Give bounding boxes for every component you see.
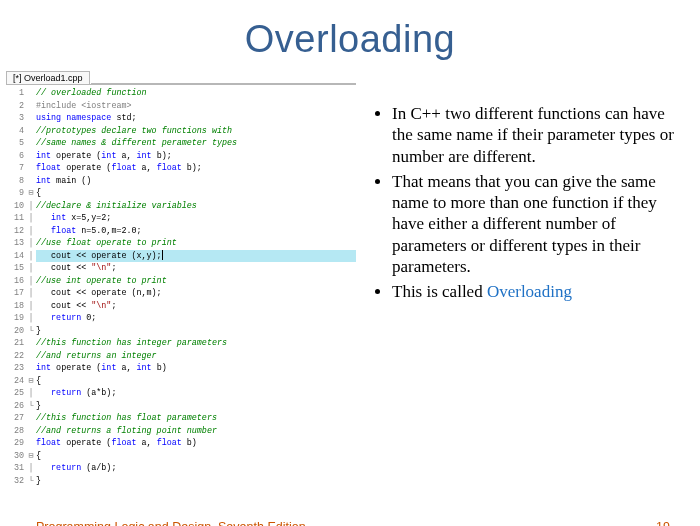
line-number: 26 (6, 400, 26, 413)
fold-gutter-icon[interactable]: │ (26, 225, 36, 238)
code-text: //declare & initialize variables (36, 200, 356, 213)
code-text: cout << "\n"; (36, 300, 356, 313)
fold-gutter-icon[interactable]: │ (26, 275, 36, 288)
code-line: 3 using namespace std; (6, 112, 356, 125)
fold-gutter-icon (26, 137, 36, 150)
line-number: 21 (6, 337, 26, 350)
code-text: //use float operate to print (36, 237, 356, 250)
footer-text: Programming Logic and Design, Seventh Ed… (36, 520, 306, 526)
fold-gutter-icon[interactable]: └ (26, 325, 36, 338)
line-number: 1 (6, 87, 26, 100)
code-text: int operate (int a, int b); (36, 150, 356, 163)
line-number: 18 (6, 300, 26, 313)
code-text: //use int operate to print (36, 275, 356, 288)
code-line: 12│ float n=5.0,m=2.0; (6, 225, 356, 238)
line-number: 7 (6, 162, 26, 175)
code-line: 2 #include <iostream> (6, 100, 356, 113)
fold-gutter-icon[interactable]: │ (26, 462, 36, 475)
code-text: { (36, 450, 356, 463)
code-text: { (36, 375, 356, 388)
line-number: 31 (6, 462, 26, 475)
line-number: 17 (6, 287, 26, 300)
line-number: 9 (6, 187, 26, 200)
fold-gutter-icon[interactable]: └ (26, 400, 36, 413)
code-text: int operate (int a, int b) (36, 362, 356, 375)
code-text: { (36, 187, 356, 200)
line-number: 22 (6, 350, 26, 363)
fold-gutter-icon[interactable]: ⊟ (26, 450, 36, 463)
code-text: float n=5.0,m=2.0; (36, 225, 356, 238)
code-line: 15│ cout << "\n"; (6, 262, 356, 275)
code-text: //and returns an integer (36, 350, 356, 363)
code-line: 16│//use int operate to print (6, 275, 356, 288)
code-text: return 0; (36, 312, 356, 325)
line-number: 11 (6, 212, 26, 225)
line-number: 20 (6, 325, 26, 338)
code-text: cout << operate (x,y); (36, 250, 356, 263)
line-number: 10 (6, 200, 26, 213)
fold-gutter-icon[interactable]: │ (26, 287, 36, 300)
fold-gutter-icon[interactable]: │ (26, 300, 36, 313)
code-text: } (36, 400, 356, 413)
code-line: 5 //same names & different perameter typ… (6, 137, 356, 150)
fold-gutter-icon[interactable]: │ (26, 312, 36, 325)
fold-gutter-icon (26, 337, 36, 350)
code-text: return (a/b); (36, 462, 356, 475)
fold-gutter-icon[interactable]: ⊟ (26, 375, 36, 388)
line-number: 6 (6, 150, 26, 163)
code-line: 10│//declare & initialize variables (6, 200, 356, 213)
code-text: //same names & different perameter types (36, 137, 356, 150)
fold-gutter-icon[interactable]: │ (26, 237, 36, 250)
fold-gutter-icon[interactable]: │ (26, 212, 36, 225)
fold-gutter-icon[interactable]: └ (26, 475, 36, 488)
code-line: 14│ cout << operate (x,y); (6, 250, 356, 263)
code-line: 1 // overloaded function (6, 87, 356, 100)
footer: Programming Logic and Design, Seventh Ed… (0, 520, 700, 526)
fold-gutter-icon (26, 112, 36, 125)
line-number: 8 (6, 175, 26, 188)
line-number: 5 (6, 137, 26, 150)
fold-gutter-icon[interactable]: │ (26, 387, 36, 400)
fold-gutter-icon[interactable]: ⊟ (26, 187, 36, 200)
bullet-list: In C++ two different functions can have … (374, 103, 684, 302)
code-text: } (36, 475, 356, 488)
code-text: //this function has float parameters (36, 412, 356, 425)
line-number: 23 (6, 362, 26, 375)
code-text: int x=5,y=2; (36, 212, 356, 225)
line-number: 29 (6, 437, 26, 450)
code-text: int main () (36, 175, 356, 188)
code-line: 23 int operate (int a, int b) (6, 362, 356, 375)
code-line: 13│//use float operate to print (6, 237, 356, 250)
line-number: 28 (6, 425, 26, 438)
line-number: 25 (6, 387, 26, 400)
code-block: 1 // overloaded function2 #include <iost… (6, 84, 356, 487)
code-text: //and returns a floting point number (36, 425, 356, 438)
line-number: 19 (6, 312, 26, 325)
code-text: float operate (float a, float b); (36, 162, 356, 175)
line-number: 2 (6, 100, 26, 113)
content-row: [*] Overload1.cpp 1 // overloaded functi… (0, 71, 700, 487)
code-line: 19│ return 0; (6, 312, 356, 325)
fold-gutter-icon[interactable]: │ (26, 250, 36, 263)
line-number: 24 (6, 375, 26, 388)
code-line: 17│ cout << operate (n,m); (6, 287, 356, 300)
fold-gutter-icon (26, 412, 36, 425)
code-line: 8 int main () (6, 175, 356, 188)
line-number: 14 (6, 250, 26, 263)
fold-gutter-icon (26, 125, 36, 138)
code-line: 21 //this function has integer parameter… (6, 337, 356, 350)
code-line: 30⊟{ (6, 450, 356, 463)
line-number: 30 (6, 450, 26, 463)
code-line: 29 float operate (float a, float b) (6, 437, 356, 450)
code-text: //prototypes declare two functions with (36, 125, 356, 138)
code-text: #include <iostream> (36, 100, 356, 113)
code-line: 9⊟{ (6, 187, 356, 200)
code-line: 20└} (6, 325, 356, 338)
code-text: //this function has integer parameters (36, 337, 356, 350)
fold-gutter-icon[interactable]: │ (26, 200, 36, 213)
fold-gutter-icon (26, 175, 36, 188)
fold-gutter-icon[interactable]: │ (26, 262, 36, 275)
editor-tab[interactable]: [*] Overload1.cpp (6, 71, 90, 84)
code-line: 28 //and returns a floting point number (6, 425, 356, 438)
code-line: 18│ cout << "\n"; (6, 300, 356, 313)
